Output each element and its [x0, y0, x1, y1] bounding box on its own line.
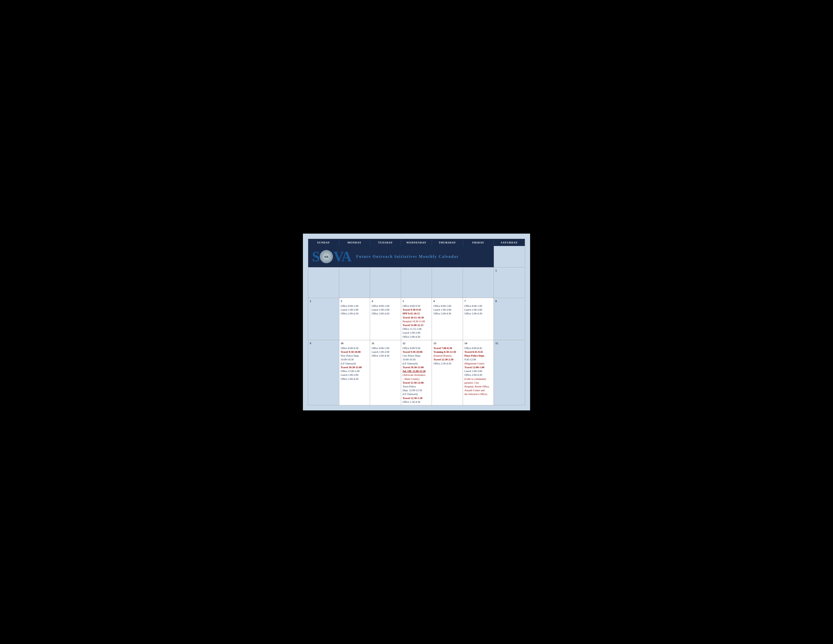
ev-wed-w2-8: Office 2:00-4:30: [403, 335, 420, 338]
ev-tue-w2-2: Office 2:00-4:30: [371, 312, 389, 315]
day-num-4: 4: [371, 299, 399, 303]
day-num-10: 10: [341, 341, 368, 346]
day-num-5: 5: [403, 299, 430, 303]
ev-tue-w3-0: Office 8:00-1:00: [371, 347, 389, 349]
logo-sat-spacer: [494, 246, 525, 267]
ev-fri-w3-0: Office 8:00-8:45: [465, 347, 482, 349]
week-row-1: 1: [308, 267, 525, 298]
ev-wed-w2-3: Travel 10:15-10:30: [403, 316, 424, 319]
col-saturday: SATURDAY: [494, 239, 525, 246]
day-num-9: 9: [310, 341, 338, 346]
col-thursday: THURSDAY: [432, 239, 463, 246]
ev-mon-w2-2: Office 2:00-4:30: [341, 312, 359, 315]
day-num-14: 14: [465, 341, 492, 346]
ev-fri-w3-8: (Calls to communitypartners: CityHospita…: [465, 378, 490, 396]
ev-wed-w3-1: Travel 9:30-10:00: [403, 351, 423, 353]
ev-mon-w3-1: Travel 9:30-10:00: [341, 351, 361, 353]
day-num-15: 15: [495, 341, 523, 346]
logo-row: S SEAL VA Future Outreach Initiatives Mo…: [308, 246, 525, 267]
col-tuesday: TUESDAY: [370, 239, 401, 246]
day-cell-wed-w1: [401, 267, 432, 298]
day-cell-sun-w2: 2: [308, 298, 339, 340]
ev-wed-w2-7: Lunch 1:00-2:00: [403, 331, 420, 334]
ev-fri-w3-2: Place Police Dept.: [465, 354, 485, 357]
ev-tue-w3-2: Office 2:00-4:30: [371, 354, 389, 357]
ev-wed-w2-0: Office 8:00-9:30: [403, 304, 420, 308]
day-cell-fri-w2: 7 Office 8:00-1:00 Lunch 1:00-2:00 Offic…: [463, 298, 494, 340]
ev-thu-w3-1: Training 8:30-12:30: [433, 351, 456, 353]
ev-wed-w3-2: City Police Dept.10:00-10:30(LF Outreach…: [403, 354, 421, 365]
ev-thu-w2-2: Office 2:00-4:30: [433, 312, 451, 315]
day-num-3: 3: [341, 299, 368, 303]
day-cell-tue-w3: 11 Office 8:00-1:00 Lunch 1:00-2:00 Offi…: [370, 340, 401, 405]
day-cell-thu-w3: 13 Travel 7:00-8:30 Training 8:30-12:30 …: [432, 340, 463, 405]
ev-thu-w3-4: Office 2:30-4:30: [433, 362, 451, 365]
ev-fri-w3-6: Lunch 1:00-2:00: [465, 370, 482, 372]
ev-tue-w2-1: Lunch 1:00-2:00: [371, 308, 389, 311]
logo-sova: S SEAL VA: [312, 248, 351, 265]
ev-wed-w3-14: Office 1:30-4:30: [403, 401, 420, 403]
calendar-title: Future Outreach Initiatives Monthly Cale…: [356, 254, 459, 259]
ev-wed-w3-6: Sol. Off. 11:00-11:30: [403, 370, 426, 372]
week-row-2: 2 3 Office 8:00-1:00 Lunch 1:00-2:00 Off…: [308, 298, 525, 340]
day-cell-wed-w2: 5 Office 8:00-9:30 Travel 9:30-9:45 PPP …: [401, 298, 432, 340]
day-cell-sat-w3: 15: [494, 340, 525, 405]
day-num-8: 8: [495, 299, 523, 303]
ev-fri-w3-4: (Magistrate Court): [465, 362, 484, 365]
ev-wed-w3-0: Office 8:00-9:30: [403, 347, 420, 349]
svg-text:SEAL: SEAL: [324, 256, 329, 258]
ev-fri-w3-1: Travel 8:45-9:45: [465, 351, 483, 353]
ev-mon-w2-0: Office 8:00-1:00: [341, 304, 359, 308]
day-cell-thu-w1: [432, 267, 463, 298]
day-num-1: 1: [495, 269, 523, 273]
ev-thu-w3-3: Travel 12:30-2:30: [433, 358, 453, 361]
ev-thu-w3-0: Travel 7:00-8:30: [433, 347, 452, 349]
day-cell-fri-w1: [463, 267, 494, 298]
ev-wed-w2-5: Travel 11:00-11:15: [403, 324, 424, 327]
day-num-13: 13: [433, 341, 461, 346]
ev-fri-w2-1: Lunch 1:00-2:00: [465, 308, 482, 311]
ev-mon-w3-7: Lunch 1:00-2:00: [341, 374, 359, 376]
col-wednesday: WEDNESDAY: [401, 239, 432, 246]
ev-wed-w2-1: Travel 9:30-9:45: [403, 308, 421, 311]
page: SUNDAY MONDAY TUESDAY WEDNESDAY THURSDAY…: [303, 233, 530, 411]
ev-fri-w2-0: Office 8:00-1:00: [465, 304, 482, 308]
ev-wed-w3-13: Travel 12:30-1:30: [403, 397, 423, 399]
ev-mon-w3-6: Office 11:00-1:00: [341, 370, 360, 372]
day-cell-sun-w1: [308, 267, 339, 298]
day-cell-sat-w1: 1: [494, 267, 525, 298]
ev-mon-w3-5: Travel 10:30-11:00: [341, 366, 362, 369]
day-num-7: 7: [465, 299, 492, 303]
logo-va: VA: [333, 248, 351, 265]
day-cell-fri-w3: 14 Office 8:00-8:45 Travel 8:45-9:45 Pla…: [463, 340, 494, 405]
day-num-2: 2: [310, 299, 338, 303]
day-cell-tue-w1: [370, 267, 401, 298]
ev-wed-w3-10: Town PoliceDept. 12:00-12:30(LF Outreach…: [403, 385, 422, 396]
ev-thu-w2-1: Lunch 1:00-2:00: [433, 308, 451, 311]
day-cell-thu-w2: 6 Office 8:00-1:00 Lunch 1:00-2:00 Offic…: [432, 298, 463, 340]
day-num-11: 11: [371, 341, 399, 346]
logo-seal: SEAL: [320, 250, 333, 263]
ev-mon-w3-0: Office 8:00-9:30: [341, 347, 359, 349]
ev-mon-w3-8: Office 2:00-4:30: [341, 378, 359, 380]
day-num-12: 12: [403, 341, 430, 346]
calendar: SUNDAY MONDAY TUESDAY WEDNESDAY THURSDAY…: [308, 239, 525, 405]
day-cell-mon-w3: 10 Office 8:00-9:30 Travel 9:30-10:00 Ne…: [339, 340, 370, 405]
ev-fri-w2-2: Office 2:00-4:30: [465, 312, 482, 315]
ev-thu-w2-0: Office 8:00-1:00: [433, 304, 451, 308]
col-sunday: SUNDAY: [308, 239, 339, 246]
ev-wed-w2-6: Office 11:15-1:00: [403, 328, 421, 330]
ev-wed-w2-2: PPP 9:45-10:15: [403, 312, 420, 315]
week-row-3: 9 10 Office 8:00-9:30 Travel 9:30-10:00 …: [308, 340, 525, 405]
day-num-6: 6: [433, 299, 461, 303]
day-cell-tue-w2: 4 Office 8:00-1:00 Lunch 1:00-2:00 Offic…: [370, 298, 401, 340]
day-cell-sun-w3: 9: [308, 340, 339, 405]
day-cell-mon-w1: [339, 267, 370, 298]
ev-wed-w3-9: Travel 11:30-12:00: [403, 382, 424, 384]
header-row: SUNDAY MONDAY TUESDAY WEDNESDAY THURSDAY…: [308, 239, 525, 246]
ev-tue-w2-0: Office 8:00-1:00: [371, 304, 389, 308]
ev-fri-w3-3: 9:45-12:00: [465, 358, 476, 361]
day-cell-wed-w3: 12 Office 8:00-9:30 Travel 9:30-10:00 Ci…: [401, 340, 432, 405]
ev-thu-w3-2: (Funeral Homes): [433, 354, 451, 357]
col-monday: MONDAY: [339, 239, 370, 246]
